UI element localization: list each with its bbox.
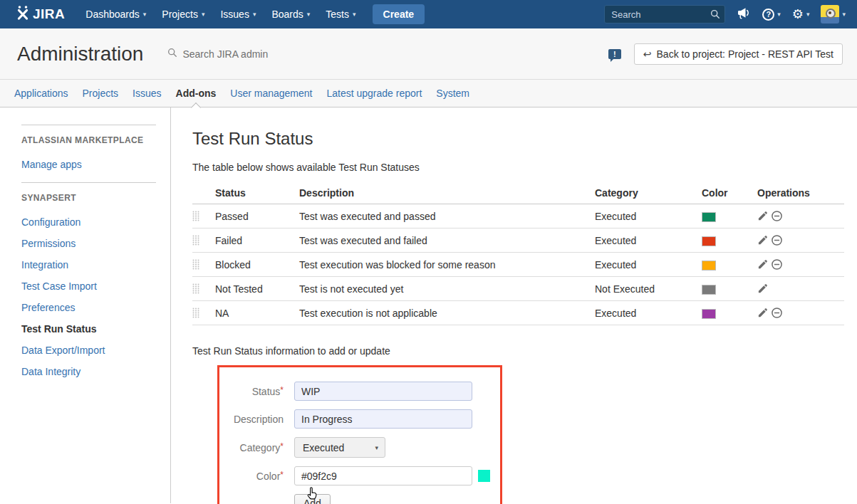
category-cell: Executed [595, 301, 702, 325]
color-preview-swatch [478, 470, 490, 482]
user-profile-menu-button[interactable]: ▾ [821, 5, 846, 23]
chevron-down-icon: ▾ [842, 11, 846, 18]
description-cell: Test was executed and passed [299, 204, 595, 229]
user-avatar [821, 5, 839, 23]
sidebar-item-data-integrity[interactable]: Data Integrity [21, 361, 156, 382]
remove-icon[interactable] [771, 234, 783, 246]
section-title: Test Run Status [192, 129, 844, 149]
tab-user-management[interactable]: User management [230, 80, 312, 107]
sidebar-item-configuration[interactable]: Configuration [21, 211, 156, 233]
color-swatch [702, 285, 716, 295]
nav-dashboards[interactable]: Dashboards▾ [78, 0, 154, 28]
nav-boards[interactable]: Boards▾ [264, 0, 318, 28]
edit-icon[interactable] [757, 308, 768, 318]
admin-search-input[interactable] [182, 48, 325, 60]
sidebar-item-data-export-import[interactable]: Data Export/Import [21, 340, 156, 361]
sidebar-item-test-run-status[interactable]: Test Run Status [21, 318, 156, 340]
drag-handle-icon[interactable] [192, 305, 199, 320]
jira-logo[interactable]: JIRA [16, 5, 65, 23]
tab-applications[interactable]: Applications [14, 80, 68, 107]
description-field-row: Description [227, 409, 500, 429]
search-icon [710, 9, 720, 22]
color-label: Color* [227, 471, 284, 482]
status-form-highlighted: Status* Description Category* Executed ▾ [217, 365, 502, 504]
color-swatch [702, 212, 716, 222]
gear-icon: ⚙ [792, 8, 804, 21]
category-field-row: Category* Executed ▾ [227, 437, 500, 458]
return-arrow-icon: ↩ [643, 48, 652, 60]
navbar-right: ? ▾ ⚙ ▾ ▾ [604, 5, 846, 23]
category-cell: Not Executed [595, 277, 702, 301]
operations-column-header: Operations [757, 182, 844, 204]
edit-icon[interactable] [757, 235, 768, 246]
category-column-header: Category [595, 182, 702, 204]
remove-icon[interactable] [771, 258, 783, 271]
tab-system[interactable]: System [436, 80, 469, 107]
tab-issues[interactable]: Issues [133, 80, 161, 107]
create-button[interactable]: Create [373, 4, 425, 24]
help-icon: ? [762, 9, 774, 21]
nav-issues[interactable]: Issues▾ [212, 0, 264, 28]
category-label: Category* [227, 442, 284, 453]
help-menu-button[interactable]: ? ▾ [762, 9, 781, 21]
nav-tests[interactable]: Tests▾ [318, 0, 363, 28]
edit-icon[interactable] [757, 283, 768, 294]
status-cell: NA [215, 301, 299, 325]
color-swatch [702, 309, 716, 319]
jira-logo-text: JIRA [33, 6, 65, 22]
edit-icon[interactable] [757, 259, 768, 270]
feedback-icon[interactable]: ! [608, 49, 621, 59]
color-swatch [702, 236, 716, 246]
chevron-down-icon: ▾ [143, 11, 147, 18]
nav-projects[interactable]: Projects▾ [154, 0, 212, 28]
remove-icon[interactable] [771, 307, 783, 319]
color-column-header: Color [702, 182, 757, 204]
sidebar-item-preferences[interactable]: Preferences [21, 297, 156, 318]
status-cell: Not Tested [215, 277, 299, 301]
drag-handle-icon[interactable] [192, 233, 199, 248]
tab-add-ons[interactable]: Add-ons [176, 80, 217, 107]
admin-search [167, 48, 325, 61]
drag-handle-icon[interactable] [192, 257, 199, 272]
remove-icon[interactable] [771, 210, 783, 222]
status-label: Status* [227, 386, 284, 397]
category-cell: Executed [595, 229, 702, 253]
description-cell: Test was executed and failed [299, 229, 595, 253]
category-cell: Executed [595, 204, 702, 229]
admin-settings-menu-button[interactable]: ⚙ ▾ [792, 8, 810, 21]
status-cell: Blocked [215, 253, 299, 277]
description-input[interactable] [294, 409, 472, 429]
status-field-row: Status* [227, 382, 500, 401]
edit-icon[interactable] [757, 211, 768, 221]
table-intro-text: The table below shows available Test Run… [192, 162, 844, 173]
sidebar-divider [21, 125, 156, 125]
test-run-status-table: Status Description Category Color Operat… [192, 182, 844, 325]
description-cell: Test is not executed yet [299, 277, 595, 301]
tab-latest-upgrade-report[interactable]: Latest upgrade report [326, 80, 422, 107]
quick-search-input[interactable] [604, 5, 725, 23]
sidebar-item-manage-apps[interactable]: Manage apps [21, 154, 156, 175]
sidebar-divider [21, 182, 156, 183]
chevron-down-icon: ▾ [353, 11, 356, 18]
color-input[interactable] [294, 466, 472, 485]
drag-handle-icon[interactable] [192, 281, 199, 296]
chevron-down-icon: ▾ [806, 11, 810, 18]
category-select[interactable]: Executed ▾ [294, 437, 385, 458]
color-swatch [702, 261, 716, 271]
announcements-button[interactable] [737, 7, 751, 22]
status-cell: Failed [215, 229, 299, 253]
admin-tabs: Applications Projects Issues Add-ons Use… [0, 80, 857, 107]
sidebar-heading-synapsert: SYNAPSERT [21, 193, 156, 203]
sidebar-item-test-case-import[interactable]: Test Case Import [21, 275, 156, 297]
back-to-project-button[interactable]: ↩ Back to project: Project - REST API Te… [634, 43, 843, 65]
required-indicator: * [280, 385, 284, 395]
status-input[interactable] [294, 382, 472, 401]
sidebar-item-integration[interactable]: Integration [21, 254, 156, 275]
tab-projects[interactable]: Projects [83, 80, 119, 107]
top-navbar: JIRA Dashboards▾ Projects▾ Issues▾ Board… [0, 0, 857, 28]
add-button[interactable]: Add [294, 494, 331, 504]
description-cell: Test execution was blocked for some reas… [299, 253, 595, 277]
sidebar-item-permissions[interactable]: Permissions [21, 233, 156, 254]
drag-handle-icon[interactable] [192, 209, 199, 224]
form-heading: Test Run Status information to add or up… [192, 345, 844, 357]
